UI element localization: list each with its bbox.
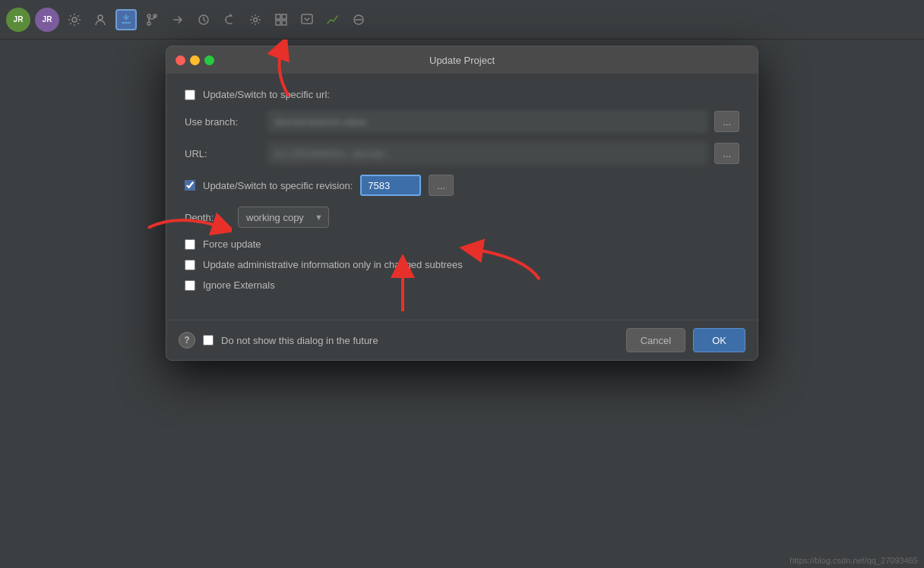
toolbar-icons: JR JR (6, 8, 369, 32)
bottom-right: Cancel OK (626, 328, 745, 352)
toolbar-icon-chart[interactable] (322, 9, 343, 30)
bottom-left: ? Do not show this dialog in the future (179, 332, 378, 349)
toolbar-icon-branch[interactable] (141, 9, 163, 30)
svg-rect-8 (276, 14, 280, 19)
toolbar-icon-profile[interactable] (90, 9, 111, 30)
update-switch-revision-label[interactable]: Update/Switch to specific revision: (203, 180, 353, 191)
window-titlebar: Update Project (166, 46, 758, 74)
ignore-externals-label[interactable]: Ignore Externals (203, 279, 275, 291)
svg-point-0 (72, 17, 77, 22)
checkbox-section: Force update Update administrative infor… (185, 238, 739, 291)
window-title: Update Project (429, 55, 495, 66)
toolbar-icon-settings[interactable] (64, 9, 85, 30)
depth-row: Depth: working copy infinity immediates … (185, 207, 739, 228)
svg-point-1 (98, 15, 103, 20)
use-branch-label: Use branch: (185, 116, 261, 128)
use-branch-row: Use branch: ... (185, 111, 739, 132)
toolbar-icon-arrow[interactable] (167, 9, 188, 30)
update-admin-label[interactable]: Update administrative information only i… (203, 259, 463, 270)
svg-rect-12 (302, 14, 312, 24)
toolbar-icon-grid[interactable] (271, 9, 292, 30)
ok-button[interactable]: OK (693, 328, 745, 352)
use-branch-dots-button[interactable]: ... (714, 111, 739, 132)
depth-select-wrapper: working copy infinity immediates files e… (238, 207, 329, 228)
toolbar-icon-gear[interactable] (245, 9, 266, 30)
update-admin-checkbox[interactable] (185, 260, 195, 270)
toolbar-icon-download[interactable] (296, 9, 318, 30)
toolbar-icon-cancel[interactable] (348, 9, 369, 30)
window-close-button[interactable] (176, 55, 185, 65)
watermark: https://blog.csdn.net/qq_27093465 (790, 556, 918, 565)
use-branch-input[interactable] (268, 111, 707, 132)
depth-select[interactable]: working copy infinity immediates files e… (238, 207, 329, 228)
svg-point-7 (254, 17, 258, 21)
svg-rect-2 (122, 22, 131, 24)
svg-rect-9 (282, 14, 286, 19)
force-update-label[interactable]: Force update (203, 238, 261, 250)
depth-label: Depth: (185, 212, 230, 223)
revision-dots-button[interactable]: ... (429, 175, 454, 196)
url-label: URL: (185, 148, 261, 159)
cancel-button[interactable]: Cancel (626, 328, 685, 352)
toolbar: JR JR (0, 0, 924, 39)
do-not-show-checkbox[interactable] (203, 335, 214, 346)
update-switch-url-row: Update/Switch to specific url: (185, 89, 739, 100)
avatar-jr2: JR (35, 8, 59, 32)
update-switch-url-label[interactable]: Update/Switch to specific url: (203, 89, 330, 100)
ignore-externals-checkbox[interactable] (185, 280, 195, 291)
url-input[interactable] (268, 143, 707, 164)
avatar-jr1: JR (6, 8, 30, 32)
update-switch-revision-row: Update/Switch to specific revision: ... (185, 175, 739, 196)
update-project-dialog: Update Project Update/Switch to specific… (166, 46, 758, 361)
revision-input[interactable] (360, 175, 421, 196)
svg-rect-10 (276, 21, 280, 25)
force-update-row: Force update (185, 238, 739, 250)
update-admin-row: Update administrative information only i… (185, 259, 739, 270)
bottom-bar: ? Do not show this dialog in the future … (166, 320, 758, 360)
dialog-content: Update/Switch to specific url: Use branc… (166, 74, 758, 312)
svg-rect-11 (282, 21, 286, 25)
do-not-show-label[interactable]: Do not show this dialog in the future (221, 335, 378, 346)
help-button[interactable]: ? (179, 332, 195, 349)
toolbar-icon-update[interactable] (115, 9, 137, 30)
url-dots-button[interactable]: ... (714, 143, 739, 164)
ignore-externals-row: Ignore Externals (185, 279, 739, 291)
window-control-buttons (176, 55, 214, 65)
window-minimize-button[interactable] (190, 55, 200, 65)
window-maximize-button[interactable] (204, 55, 214, 65)
force-update-checkbox[interactable] (185, 239, 195, 250)
url-row: URL: ... (185, 143, 739, 164)
update-switch-revision-checkbox[interactable] (185, 180, 195, 191)
toolbar-icon-undo[interactable] (219, 9, 240, 30)
update-switch-url-checkbox[interactable] (185, 90, 195, 100)
toolbar-icon-clock[interactable] (193, 9, 214, 30)
